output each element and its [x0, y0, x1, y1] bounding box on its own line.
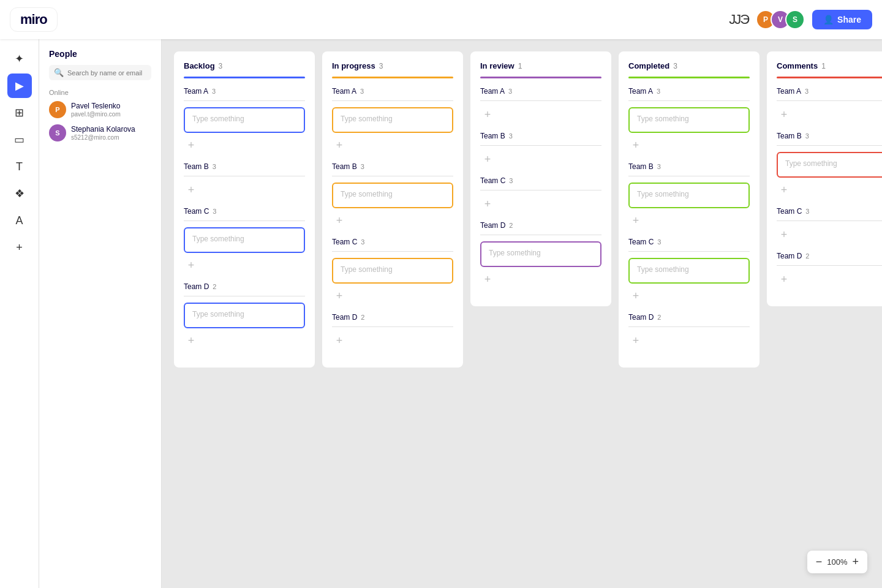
row-group-header: Team D 2	[628, 313, 750, 322]
app: ✦▶⊞▭T❖A+ People 🔍 Online P Pavel Teslenk…	[0, 39, 882, 588]
add-card-button[interactable]: +	[480, 107, 495, 122]
row-group-count: 3	[213, 163, 216, 170]
row-group-header: Team D 2	[184, 282, 305, 291]
card[interactable]: Type something	[184, 227, 305, 253]
card[interactable]: Type something	[628, 258, 750, 284]
row-group-name: Team D	[628, 313, 654, 322]
row-group-name: Team D	[480, 221, 505, 230]
logo: miro	[20, 12, 47, 27]
person-email: s5212@miro.com	[71, 134, 135, 141]
add-card-button[interactable]: +	[777, 272, 791, 287]
person-name: Stephania Kolarova	[71, 125, 135, 134]
row-group-name: Team A	[332, 87, 356, 96]
add-card-button[interactable]: +	[628, 288, 643, 303]
row-divider	[184, 296, 305, 296]
row-group-count: 2	[509, 222, 513, 229]
add-card-button[interactable]: +	[332, 288, 347, 303]
zoom-in-button[interactable]: +	[852, 556, 859, 568]
add-card-button[interactable]: +	[480, 152, 495, 167]
row-group: Team A 3 Type something+	[332, 87, 453, 153]
card[interactable]: Type something	[628, 107, 750, 133]
add-card-button[interactable]: +	[332, 213, 347, 228]
column-divider	[184, 77, 305, 78]
people-title: People	[49, 49, 151, 59]
add-card-button[interactable]: +	[777, 107, 791, 122]
row-group-header: Team D 2	[332, 313, 453, 322]
add-card-button[interactable]: +	[628, 333, 643, 348]
card[interactable]: Type something	[777, 152, 882, 178]
column-title: Backlog	[184, 61, 215, 70]
row-group-count: 3	[657, 238, 661, 246]
add-card-button[interactable]: +	[332, 138, 347, 153]
row-group: Team B 3 Type something+	[628, 162, 750, 228]
row-group: Team C 3 +	[480, 176, 601, 211]
row-group: Team C 3 Type something+	[184, 207, 305, 273]
column-completed: Completed 3 Team A 3 Type something+ Tea…	[619, 51, 760, 368]
row-divider	[480, 100, 601, 101]
row-group-count: 3	[361, 238, 364, 246]
board-area[interactable]: Backlog 3 Team A 3 Type something+ Team …	[162, 39, 882, 588]
zoom-controls: − 100% +	[807, 551, 867, 573]
row-group-name: Team C	[480, 176, 505, 185]
add-icon[interactable]: +	[7, 235, 32, 260]
card[interactable]: Type something	[480, 241, 601, 267]
cursor-icon[interactable]: ▶	[7, 74, 32, 98]
online-label: Online	[49, 89, 151, 96]
add-card-button[interactable]: +	[480, 272, 495, 287]
column-divider	[332, 77, 453, 78]
row-group-count: 3	[657, 88, 660, 95]
text-icon[interactable]: T	[7, 154, 32, 179]
card[interactable]: Type something	[332, 107, 453, 133]
card[interactable]: Type something	[332, 258, 453, 284]
row-group: Team C 3 +	[777, 207, 882, 242]
share-button[interactable]: 👤 Share	[812, 10, 872, 29]
person-name: Pavel Teslenko	[71, 102, 121, 110]
zoom-out-button[interactable]: −	[816, 556, 823, 568]
row-group: Team A 3 +	[480, 87, 601, 122]
row-group: Team D 2 +	[628, 313, 750, 348]
add-card-button[interactable]: +	[628, 213, 643, 228]
add-card-button[interactable]: +	[480, 197, 495, 211]
add-card-button[interactable]: +	[332, 333, 347, 348]
card[interactable]: Type something	[332, 183, 453, 208]
row-group: Team D 2 Type something+	[480, 221, 601, 287]
row-group-count: 2	[213, 283, 216, 290]
shapes-icon[interactable]: ❖	[7, 181, 32, 206]
person-info: Pavel Teslenko pavel.t@miro.com	[71, 102, 121, 117]
row-divider	[628, 100, 750, 101]
row-group: Team D 2 +	[332, 313, 453, 348]
row-group-header: Team B 3	[777, 132, 882, 140]
search-box[interactable]: 🔍	[49, 65, 151, 80]
row-group-count: 2	[805, 252, 809, 260]
logo-box: miro	[10, 7, 58, 32]
card[interactable]: Type something	[184, 303, 305, 328]
person-item: S Stephania Kolarova s5212@miro.com	[49, 124, 151, 141]
row-divider	[480, 145, 601, 146]
avatar: S	[785, 10, 805, 29]
add-card-button[interactable]: +	[184, 333, 198, 348]
add-card-button[interactable]: +	[184, 258, 198, 273]
search-input[interactable]	[67, 69, 146, 77]
person-avatar: P	[49, 101, 66, 118]
font-icon[interactable]: A	[7, 208, 32, 233]
timer-icon[interactable]: ЈЈЭ	[729, 12, 748, 28]
card[interactable]: Type something	[184, 107, 305, 133]
row-divider	[628, 251, 750, 252]
sparkle-icon[interactable]: ✦	[7, 47, 32, 71]
column-header: Backlog 3	[184, 61, 305, 70]
row-group-count: 3	[212, 88, 216, 95]
add-card-button[interactable]: +	[184, 138, 198, 153]
row-divider	[184, 176, 305, 176]
table-icon[interactable]: ⊞	[7, 100, 32, 125]
sidebar: ✦▶⊞▭T❖A+	[0, 39, 39, 588]
row-divider	[480, 190, 601, 190]
sticky-note-icon[interactable]: ▭	[7, 127, 32, 152]
row-group-count: 3	[805, 208, 809, 215]
column-count: 3	[219, 62, 223, 70]
add-card-button[interactable]: +	[628, 138, 643, 153]
add-card-button[interactable]: +	[777, 227, 791, 242]
add-card-button[interactable]: +	[184, 183, 198, 197]
row-divider	[628, 176, 750, 176]
card[interactable]: Type something	[628, 183, 750, 208]
add-card-button[interactable]: +	[777, 183, 791, 197]
